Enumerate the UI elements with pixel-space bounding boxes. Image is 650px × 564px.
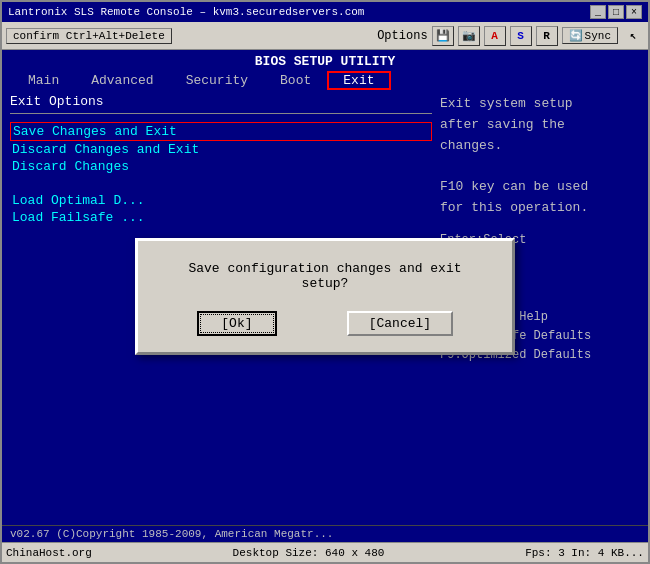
toolbar: confirm Ctrl+Alt+Delete Options 💾 📷 A S … — [2, 22, 648, 50]
status-right: Fps: 3 In: 4 KB... — [525, 547, 644, 559]
camera-icon[interactable]: 📷 — [458, 26, 480, 46]
r-icon[interactable]: R — [536, 26, 558, 46]
toolbar-right: Options 💾 📷 A S R 🔄 Sync ↖ — [377, 26, 644, 46]
bios-area: BIOS SETUP UTILITY Main Advanced Securit… — [2, 50, 648, 542]
cursor-icon: ↖ — [622, 26, 644, 46]
dialog-buttons: [Ok] [Cancel] — [162, 311, 488, 336]
close-button[interactable]: × — [626, 5, 642, 19]
dialog-cancel-button[interactable]: [Cancel] — [347, 311, 453, 336]
status-center: Desktop Size: 640 x 480 — [233, 547, 385, 559]
title-bar: Lantronix SLS Remote Console – kvm3.secu… — [2, 2, 648, 22]
sync-label: Sync — [585, 30, 611, 42]
a-icon[interactable]: A — [484, 26, 506, 46]
options-label: Options — [377, 29, 427, 43]
sync-button[interactable]: 🔄 Sync — [562, 27, 618, 44]
dialog-message: Save configuration changes and exit setu… — [162, 261, 488, 291]
title-controls: _ □ × — [590, 5, 642, 19]
save-icon[interactable]: 💾 — [432, 26, 454, 46]
ctrl-alt-del-button[interactable]: confirm Ctrl+Alt+Delete — [6, 28, 172, 44]
minimize-button[interactable]: _ — [590, 5, 606, 19]
outer-window: Lantronix SLS Remote Console – kvm3.secu… — [0, 0, 650, 564]
dialog-box: Save configuration changes and exit setu… — [135, 238, 515, 355]
s-icon[interactable]: S — [510, 26, 532, 46]
status-bar: ChinaHost.org Desktop Size: 640 x 480 Fp… — [2, 542, 648, 562]
maximize-button[interactable]: □ — [608, 5, 624, 19]
window-title: Lantronix SLS Remote Console – kvm3.secu… — [8, 6, 364, 18]
status-left: ChinaHost.org — [6, 547, 92, 559]
dialog-overlay: Save configuration changes and exit setu… — [2, 50, 648, 542]
dialog-ok-button[interactable]: [Ok] — [197, 311, 277, 336]
sync-icon: 🔄 — [569, 29, 583, 42]
